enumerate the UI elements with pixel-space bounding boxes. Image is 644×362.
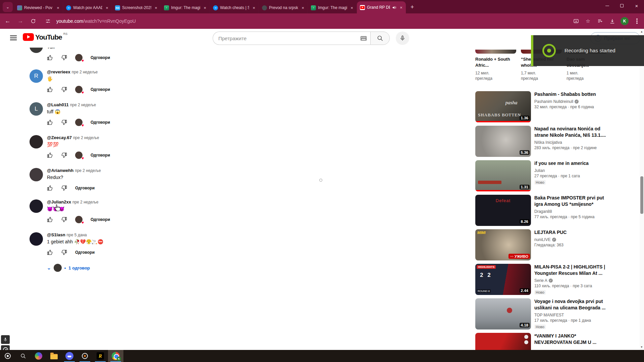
creator-heart-icon[interactable] [75, 119, 83, 126]
comment-time[interactable]: пре 5 дана [67, 233, 87, 237]
tab-prevod[interactable]: Prevod na srpski × [259, 2, 308, 13]
video-thumbnail[interactable] [475, 50, 516, 54]
tab-reviewed[interactable]: Reviewed - Pov req | 0000 × [14, 2, 63, 13]
new-tab-button[interactable]: + [408, 3, 417, 11]
start-button[interactable] [0, 350, 15, 362]
comment-time[interactable]: пре 2 недеље [73, 135, 99, 140]
comment-author[interactable]: @Arianwehh [47, 168, 73, 173]
reply-button[interactable]: Одговори [75, 250, 95, 255]
like-icon[interactable] [47, 217, 53, 223]
view-replies-button[interactable]: ⌄ • 1 одговор [47, 264, 170, 272]
related-video-row[interactable]: HIGHLIGHTS 2 2 ROUND 8 2.44 MILAN-PISA 2… [475, 264, 636, 296]
window-maximize-button[interactable] [614, 0, 629, 11]
video-title[interactable]: MILAN-PISA 2-2 | HIGHLIGHTS | Youngster … [534, 264, 607, 277]
comment-time[interactable]: пре 2 недеље [70, 103, 96, 107]
reply-button[interactable]: Одговори [91, 153, 110, 158]
reply-button[interactable]: Одговори [91, 87, 110, 92]
browser-menu-icon[interactable] [633, 17, 641, 25]
comment-author[interactable]: @reverieex [47, 69, 70, 74]
creator-heart-icon[interactable] [75, 152, 83, 159]
channel-name[interactable]: nuniLIVE [534, 237, 551, 242]
video-thumbnail[interactable]: 5.36 [475, 126, 531, 157]
channel-name[interactable]: Pashanim Nulldreinull [534, 99, 573, 104]
search-button[interactable] [370, 32, 390, 45]
tab-close-icon[interactable]: × [153, 5, 159, 10]
taskbar-recorder-icon[interactable] [77, 350, 93, 362]
search-input[interactable] [218, 36, 360, 41]
reply-button[interactable]: Одговори [91, 55, 110, 60]
reply-button[interactable]: Одговори [91, 217, 110, 222]
avatar[interactable] [30, 168, 43, 181]
related-video-row[interactable]: Defeat 8.26 Baka Prase IMPOSTER prvi put… [475, 195, 636, 227]
related-video-row[interactable]: 5.36 Napad na novinara Nonića od strane … [475, 126, 636, 158]
video-thumbnail[interactable]: HIGHLIGHTS 2 2 ROUND 8 2.44 [475, 264, 531, 295]
avatar[interactable]: R [30, 69, 43, 83]
comment-time[interactable]: пре 2 недеље [72, 70, 98, 74]
like-icon[interactable] [47, 86, 53, 93]
taskbar-copilot-icon[interactable] [31, 350, 46, 362]
reply-button[interactable]: Одговори [91, 120, 110, 125]
like-icon[interactable] [47, 55, 53, 61]
like-icon[interactable] [47, 249, 53, 255]
channel-name[interactable]: TOP MANIFEST [534, 313, 564, 317]
taskbar-rage-icon[interactable]: R [93, 350, 108, 362]
keyboard-icon[interactable] [360, 36, 367, 41]
dislike-icon[interactable] [61, 55, 67, 61]
video-thumbnail[interactable]: MIMI УЖИВО [475, 229, 531, 260]
taskbar-chrome-icon[interactable]: K [108, 350, 123, 362]
avatar[interactable]: L [30, 102, 43, 116]
install-app-icon[interactable] [572, 17, 580, 25]
video-title[interactable]: *VANIMY I JANKO* NEVJEROVATAN GEJM U ... [534, 333, 607, 346]
creator-heart-icon[interactable] [75, 86, 83, 93]
dislike-icon[interactable] [61, 185, 67, 191]
tab-screenshot[interactable]: ibb Screenshot-2025-10-20-0 × [112, 2, 161, 13]
comment-author[interactable]: @S1lasn [47, 232, 65, 237]
dislike-icon[interactable] [61, 86, 67, 93]
channel-name[interactable]: Julian [534, 168, 545, 173]
scroll-down-icon[interactable]: ▼ [640, 346, 643, 349]
video-title[interactable]: Baka Prase IMPOSTER prvi put igra Among … [534, 195, 607, 207]
video-title[interactable]: if you see me in america [534, 160, 607, 167]
dislike-icon[interactable] [61, 119, 67, 125]
tab-imgur-1[interactable]: ↑ Imgur: The magic of the I × [161, 2, 210, 13]
tab-close-icon[interactable]: × [349, 5, 355, 10]
reload-button[interactable] [28, 16, 38, 26]
tab-watch-cheats[interactable]: ∞ Watch cheats | Streamabl × [210, 2, 259, 13]
avatar[interactable] [30, 199, 43, 213]
floating-mic-widget[interactable] [1, 335, 10, 344]
related-video-row[interactable]: MIMI УЖИВО LEJTARA PUC nuniLIVE✓ Гледала… [475, 229, 636, 261]
scrollbar-thumb[interactable] [640, 176, 643, 214]
dislike-icon[interactable] [61, 217, 67, 223]
taskbar-file-explorer-icon[interactable] [46, 350, 62, 362]
related-video-row[interactable]: 4.18 Voyage i nova devojka prvi put usli… [475, 298, 636, 330]
dislike-icon[interactable] [61, 152, 67, 158]
comment-time[interactable]: пре 2 недеље [72, 200, 98, 204]
video-thumbnail[interactable]: Defeat 8.26 [475, 195, 531, 226]
comment-author[interactable]: @Zeecay.67 [47, 135, 72, 140]
browser-profile-avatar[interactable]: K [621, 17, 629, 25]
page-scrollbar[interactable]: ▲ ▼ [640, 29, 644, 350]
channel-name[interactable]: Dragan88 [534, 209, 552, 214]
downloads-icon[interactable] [608, 17, 616, 25]
channel-name[interactable]: Niška Inicijativa [534, 140, 562, 145]
tab-watch-pov[interactable]: ∞ Watch pov AAADADADAD × [63, 2, 112, 13]
video-title[interactable]: Pashanim - Shababs botten [534, 91, 607, 98]
tab-imgur-2[interactable]: ↑ Imgur: The magic of the I × [308, 2, 357, 13]
tab-audio-icon[interactable] [392, 5, 396, 10]
video-thumbnail[interactable]: 4.18 [475, 298, 531, 329]
like-icon[interactable] [47, 185, 53, 191]
youtube-logo[interactable]: YouTube RS [23, 33, 67, 41]
related-video-row[interactable]: 1.31 if you see me in america Julian 27 … [475, 160, 636, 192]
comment-time[interactable]: пре 2 недеље [75, 168, 101, 173]
tab-search-button[interactable]: ⌄ [3, 2, 13, 12]
reply-button[interactable]: Одговори [75, 186, 95, 190]
related-grid-card[interactable]: Ronaldo + South Afric... 12 мил. преглед… [475, 50, 516, 81]
tab-close-icon[interactable]: × [202, 5, 208, 10]
related-video-row[interactable]: pasha SHABABS BOTTEN 1.36 Pashanim - Sha… [475, 91, 636, 123]
avatar[interactable] [30, 232, 43, 246]
tab-close-icon[interactable]: × [398, 5, 404, 10]
tab-close-icon[interactable]: × [251, 5, 257, 10]
guide-menu-icon[interactable] [10, 35, 17, 41]
address-bar[interactable]: youtube.com/watch?v=nRvnQoyEgoU [56, 18, 136, 24]
forward-button[interactable]: → [15, 16, 25, 26]
